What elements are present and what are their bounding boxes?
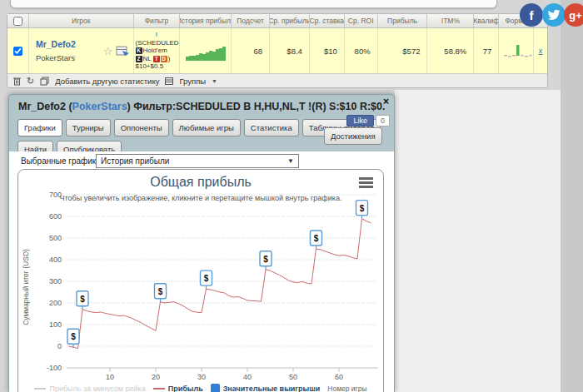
col-header-itm[interactable]: ITM% xyxy=(427,14,474,27)
svg-text:$: $ xyxy=(360,204,365,213)
svg-text:600: 600 xyxy=(49,212,62,221)
popup-title: Mr_Defo2 (PokerStars) Фильтр:SCHEDULED В… xyxy=(18,101,385,112)
itm-cell: 58.8% xyxy=(427,28,474,73)
svg-text:100: 100 xyxy=(49,320,62,329)
count-cell: 68 xyxy=(232,28,270,73)
svg-text:400: 400 xyxy=(49,256,62,264)
svg-text:-100: -100 xyxy=(47,364,62,372)
groups-icon[interactable] xyxy=(165,77,173,85)
select-all-checkbox[interactable] xyxy=(13,17,22,26)
top-panel-remnant xyxy=(10,0,497,8)
groups-button[interactable]: Группы xyxy=(179,77,206,86)
col-header-count[interactable]: Подсчет xyxy=(232,14,270,27)
add-statistic-button[interactable]: Добавить другую статистику xyxy=(55,77,159,86)
legend-dash-icon xyxy=(34,388,46,390)
svg-text:$: $ xyxy=(314,234,319,243)
legend-label: Прибыль xyxy=(168,385,203,392)
chart-select-label: Выбранные графики: xyxy=(21,156,103,166)
svg-text:Суммарный итог (USD): Суммарный итог (USD) xyxy=(22,249,30,325)
col-header-profit-history[interactable]: История прибыли xyxy=(180,14,232,27)
col-header-qualified[interactable]: Квалиф xyxy=(474,14,499,27)
tab-favorite-games[interactable]: Любимые игры xyxy=(172,119,241,136)
svg-text:50: 50 xyxy=(289,373,297,381)
tab-achievements[interactable]: Достижения xyxy=(324,127,382,145)
facebook-icon[interactable]: f xyxy=(520,3,543,27)
turbo-icon: T xyxy=(153,56,160,62)
svg-text:$: $ xyxy=(158,287,163,296)
x-axis-title: Номер игры xyxy=(327,385,366,392)
qualified-cell: 77 xyxy=(474,28,499,73)
remove-cell: x xyxy=(534,28,547,73)
filter-cell: ! (SCHEDULED KHold'em ZNL TD) $10+$0.5 xyxy=(134,28,181,73)
svg-text:$: $ xyxy=(204,274,209,283)
avg-stake-cell: $10 xyxy=(310,28,345,73)
chart-menu-icon[interactable] xyxy=(359,177,373,190)
twitter-icon[interactable] xyxy=(542,3,566,27)
player-name-link[interactable]: Mr_Defo2 xyxy=(36,39,76,49)
legend-label: Прибыль за минусом рейка xyxy=(49,385,145,392)
svg-text:30: 30 xyxy=(197,373,206,381)
tab-graphs[interactable]: Графики xyxy=(17,119,62,136)
legend-dash-icon xyxy=(153,388,165,390)
col-header-player[interactable]: Игрок xyxy=(29,14,134,27)
legend-item-profit-minus-rake[interactable]: Прибыль за минусом рейка xyxy=(34,385,145,392)
avg-profit-cell: $8.4 xyxy=(270,28,310,73)
chevron-down-icon: ▼ xyxy=(287,157,294,165)
col-header-profit[interactable]: Прибыль xyxy=(378,14,428,27)
open-table-icon[interactable] xyxy=(116,46,130,57)
player-stats-panel: ИгрокФильтрИстория прибылиПодсчетСр. при… xyxy=(7,13,548,88)
popup-title-site: PokerStars xyxy=(72,101,127,112)
legend-label: Значительные выигрыши xyxy=(223,385,321,392)
svg-text:$: $ xyxy=(263,255,268,264)
tab-tournaments[interactable]: Турниры xyxy=(66,119,111,136)
googleplus-icon[interactable]: g+ xyxy=(564,3,583,27)
col-header-select[interactable] xyxy=(7,14,29,27)
table-toolbar: ↻ Добавить другую статистику Группы ▼ xyxy=(7,73,547,87)
svg-text:60: 60 xyxy=(335,373,343,381)
remove-row-link[interactable]: x xyxy=(539,47,543,55)
game-type-icon: K xyxy=(136,47,142,54)
col-header-filter[interactable]: Фильтр xyxy=(134,14,181,27)
page-background-strip xyxy=(561,0,583,392)
refresh-icon[interactable]: ↻ xyxy=(27,77,34,86)
form-sparkline xyxy=(499,28,534,73)
add-statistic-icon[interactable] xyxy=(40,77,49,86)
legend-item-profit[interactable]: Прибыль xyxy=(153,385,203,392)
chart-select-dropdown[interactable]: История прибыли ▼ xyxy=(96,154,299,168)
filter-text: ! (SCHEDULED KHold'em ZNL TD) $10+$0.5 xyxy=(134,30,180,72)
like-button[interactable]: Like xyxy=(346,115,374,127)
profit-history-sparkline xyxy=(180,28,232,73)
tab-statistics[interactable]: Статистика xyxy=(244,119,299,136)
profit-chart[interactable]: -1000100200300400500600700102030405060Су… xyxy=(20,191,383,386)
col-header-avg-profit[interactable]: Ср. прибыль xyxy=(270,14,310,27)
groups-caret-icon[interactable]: ▼ xyxy=(212,78,217,84)
trash-icon[interactable] xyxy=(13,77,21,86)
player-cell: Mr_Defo2 PokerStars ☆ xyxy=(29,28,134,73)
chart-subtitle: Чтобы увеличить изображение, кликните и … xyxy=(18,194,383,202)
svg-text:500: 500 xyxy=(49,234,62,242)
facebook-like-widget: Like 0 xyxy=(346,115,390,127)
favorite-icon[interactable]: ☆ xyxy=(103,45,113,57)
legend-item-significant-wins[interactable]: Значительные выигрыши xyxy=(211,384,321,392)
chart-legend: Прибыль за минусом рейкаПрибыльЗначитель… xyxy=(18,384,383,392)
table-header-row: ИгрокФильтрИстория прибылиПодсчетСр. при… xyxy=(7,14,547,28)
profit-cell: $572 xyxy=(378,28,428,73)
tab-opponents[interactable]: Оппоненты xyxy=(114,119,169,136)
twitter-bird-icon xyxy=(547,8,561,22)
svg-text:$: $ xyxy=(71,332,76,341)
speed-icon: D xyxy=(161,56,167,62)
col-header-avg-stake[interactable]: Ср. ставка xyxy=(310,14,345,27)
chart-title: Общая прибыль xyxy=(18,175,383,190)
like-count: 0 xyxy=(376,115,390,127)
popup-content: Выбранные графики: История прибыли ▼ Общ… xyxy=(9,151,394,392)
limit-icon: Z xyxy=(136,56,142,62)
svg-text:$: $ xyxy=(80,295,85,304)
svg-text:200: 200 xyxy=(49,299,62,307)
svg-text:300: 300 xyxy=(49,277,62,285)
svg-text:10: 10 xyxy=(106,373,114,381)
row-checkbox[interactable] xyxy=(13,47,22,56)
col-header-avg-roi[interactable]: Ср. ROI xyxy=(345,14,378,27)
row-select-cell xyxy=(7,28,29,73)
player-detail-popup: × Mr_Defo2 (PokerStars) Фильтр:SCHEDULED… xyxy=(8,94,395,392)
table-row: Mr_Defo2 PokerStars ☆ ! (SCHEDULED KHold… xyxy=(7,28,547,73)
